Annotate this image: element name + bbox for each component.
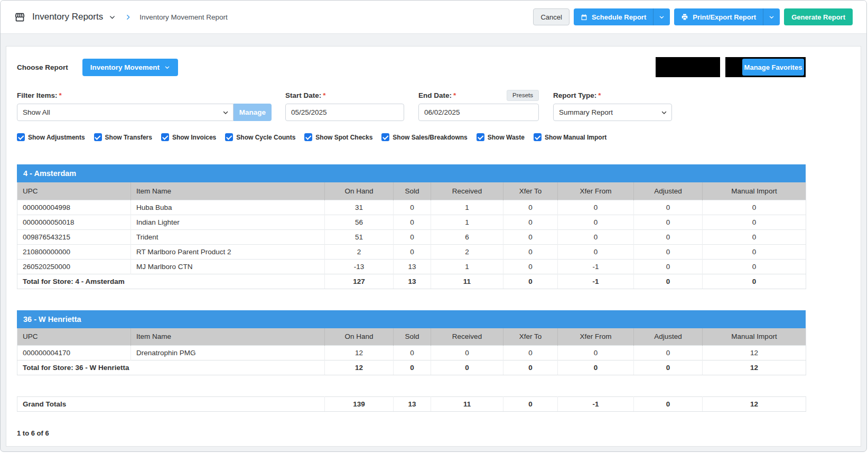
value-cell: 0 — [703, 244, 806, 259]
upc-cell: 009876543215 — [17, 229, 131, 244]
grand-total-value: 139 — [325, 397, 394, 412]
table-row: 0000000050018Indian Lighter56010000 — [17, 215, 806, 229]
value-cell: 0 — [558, 229, 634, 244]
start-date-input[interactable] — [285, 104, 404, 121]
schedule-report-main[interactable]: Schedule Report — [574, 8, 653, 25]
value-cell: 13 — [394, 259, 431, 274]
value-cell: 0 — [703, 215, 806, 229]
schedule-report-chevron-down-icon[interactable] — [654, 8, 670, 25]
column-header: On Hand — [325, 328, 394, 346]
print-export-report-button[interactable]: Print/Export Report — [674, 8, 780, 25]
filter-items-select[interactable]: Show All — [17, 104, 234, 121]
show-option-checkbox[interactable]: Show Invoices — [161, 133, 216, 141]
report-table: UPCItem NameOn HandSoldReceivedXfer ToXf… — [17, 328, 806, 376]
print-export-main[interactable]: Print/Export Report — [674, 8, 763, 25]
choose-report-label: Choose Report — [17, 63, 68, 71]
store-total-value: 0 — [634, 360, 703, 375]
value-cell: 12 — [703, 346, 806, 360]
manage-favorites-button[interactable]: Manage Favorites — [742, 59, 804, 76]
column-header: Adjusted — [634, 182, 703, 200]
store-total-value: 0 — [503, 360, 558, 375]
filter-items-group: Filter Items:* Show All Manage — [17, 90, 272, 121]
value-cell: 0 — [431, 346, 503, 360]
checkbox-checked-icon — [477, 133, 484, 141]
show-option-checkbox[interactable]: Show Transfers — [94, 133, 152, 141]
value-cell: 0 — [634, 229, 703, 244]
value-cell: 0 — [503, 346, 558, 360]
value-cell: 0 — [503, 229, 558, 244]
column-header: Received — [431, 328, 503, 346]
table-header-row: UPCItem NameOn HandSoldReceivedXfer ToXf… — [17, 182, 806, 200]
grand-totals-label: Grand Totals — [17, 397, 325, 412]
store-total-label: Total for Store: 36 - W Henrietta — [17, 360, 325, 375]
redacted-control[interactable]: Manage Favorites — [725, 57, 806, 77]
item-name-cell: Huba Buba — [131, 200, 325, 215]
table-row: 210800000000RT Marlboro Parent Product 2… — [17, 244, 806, 259]
page-title[interactable]: Inventory Reports — [32, 12, 103, 22]
redacted-control[interactable] — [656, 57, 720, 77]
column-header: UPC — [17, 328, 131, 346]
column-header: Adjusted — [634, 328, 703, 346]
checkbox-checked-icon — [94, 133, 102, 141]
filter-items-label: Filter Items:* — [17, 91, 62, 99]
report-tables: 4 - AmsterdamUPCItem NameOn HandSoldRece… — [17, 164, 806, 375]
store-section-title: 4 - Amsterdam — [17, 164, 806, 182]
grand-totals-section: Grand Totals13913110-1012 — [17, 396, 806, 412]
store-total-value: 0 — [558, 360, 634, 375]
choose-report-row: Choose Report Inventory Movement Manage … — [17, 57, 806, 77]
checkbox-label: Show Manual Import — [545, 134, 606, 141]
report-table: UPCItem NameOn HandSoldReceivedXfer ToXf… — [17, 182, 806, 289]
title-chevron-down-icon[interactable] — [109, 14, 116, 21]
column-header: UPC — [17, 182, 131, 200]
cancel-button[interactable]: Cancel — [533, 8, 569, 25]
value-cell: 0 — [558, 346, 634, 360]
show-option-checkbox[interactable]: Show Waste — [477, 133, 525, 141]
store-total-value: 12 — [703, 360, 806, 375]
required-marker: * — [453, 91, 456, 99]
required-marker: * — [598, 91, 601, 99]
breadcrumb-current-page: Inventory Movement Report — [139, 13, 228, 21]
schedule-report-button[interactable]: Schedule Report — [574, 8, 670, 25]
column-header: Item Name — [131, 182, 325, 200]
value-cell: 51 — [325, 229, 394, 244]
end-date-input[interactable] — [418, 104, 539, 121]
show-option-checkbox[interactable]: Show Cycle Counts — [225, 133, 295, 141]
store-section-title: 36 - W Henrietta — [17, 310, 806, 328]
value-cell: 0 — [394, 200, 431, 215]
show-options-row: Show AdjustmentsShow TransfersShow Invoi… — [17, 133, 806, 141]
grand-total-value: 13 — [394, 397, 431, 412]
show-option-checkbox[interactable]: Show Spot Checks — [304, 133, 372, 141]
manage-filter-items-button[interactable]: Manage — [234, 104, 272, 121]
item-name-cell: MJ Marlboro CTN — [131, 259, 325, 274]
column-header: Manual Import — [703, 182, 806, 200]
column-header: Xfer From — [558, 328, 634, 346]
report-type-select[interactable]: Summary Report — [553, 104, 672, 121]
presets-button[interactable]: Presets — [507, 90, 539, 101]
show-option-checkbox[interactable]: Show Adjustments — [17, 133, 85, 141]
store-total-row: Total for Store: 36 - W Henrietta1200000… — [17, 360, 806, 375]
value-cell: 0 — [703, 200, 806, 215]
column-header: Sold — [394, 182, 431, 200]
store-total-value: 11 — [431, 274, 503, 289]
end-date-label: End Date:* — [418, 91, 456, 99]
filters-row: Filter Items:* Show All Manage — [17, 90, 806, 121]
print-export-chevron-down-icon[interactable] — [763, 8, 780, 25]
value-cell: 0 — [703, 259, 806, 274]
show-option-checkbox[interactable]: Show Sales/Breakdowns — [381, 133, 467, 141]
value-cell: 0 — [703, 229, 806, 244]
store-total-value: 12 — [325, 360, 394, 375]
store-total-value: 0 — [503, 274, 558, 289]
show-option-checkbox[interactable]: Show Manual Import — [534, 133, 606, 141]
table-row: 000000004170Drenatrophin PMG120000012 — [17, 346, 806, 360]
column-header: Xfer To — [503, 182, 558, 200]
store-total-row: Total for Store: 4 - Amsterdam12713110-1… — [17, 274, 806, 289]
grand-totals-row: Grand Totals13913110-1012 — [17, 397, 806, 412]
generate-report-button[interactable]: Generate Report — [784, 8, 853, 25]
column-header: On Hand — [325, 182, 394, 200]
report-selector-dropdown[interactable]: Inventory Movement — [82, 59, 178, 76]
value-cell: 0 — [503, 215, 558, 229]
breadcrumb: Inventory Reports Inventory Movement Rep… — [14, 12, 228, 23]
grand-total-value: 11 — [431, 397, 503, 412]
store-total-value: 0 — [431, 360, 503, 375]
end-date-group: End Date:* Presets — [418, 90, 539, 121]
